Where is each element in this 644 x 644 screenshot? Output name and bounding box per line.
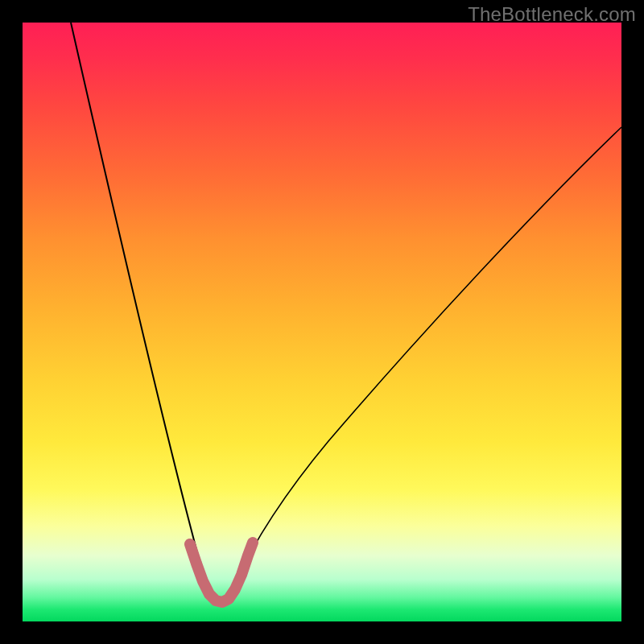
plot-area	[23, 23, 621, 621]
curve-layer	[23, 23, 621, 621]
curve-left-branch	[71, 23, 212, 598]
optimal-range-highlight	[190, 543, 253, 602]
curve-right-branch	[224, 127, 621, 601]
watermark-text: TheBottleneck.com	[468, 3, 636, 26]
chart-frame: TheBottleneck.com	[0, 0, 644, 644]
